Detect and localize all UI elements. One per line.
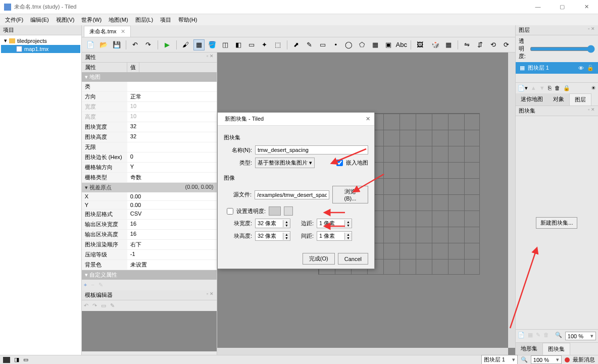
prop-add-button[interactable]: + bbox=[84, 282, 87, 288]
tb-obj-sel[interactable]: ⬈ bbox=[291, 39, 302, 50]
prop-edit-button[interactable]: ✎ bbox=[98, 282, 103, 288]
tab-minimap[interactable]: 迷你地图 bbox=[516, 93, 548, 106]
menu-edit[interactable]: 编辑(E) bbox=[27, 15, 52, 25]
tb-shape[interactable]: ◫ bbox=[220, 39, 231, 50]
property-row[interactable]: 压缩等级-1 bbox=[82, 250, 217, 260]
tab-close-icon[interactable]: ✕ bbox=[121, 28, 125, 35]
layer-highlight[interactable]: ☀ bbox=[591, 85, 596, 91]
new-tileset-button[interactable]: 新建图块集... bbox=[536, 217, 577, 229]
embed-checkbox[interactable] bbox=[336, 160, 343, 166]
section-map[interactable]: ▾ 地图 bbox=[82, 72, 217, 82]
sb-a[interactable]: ◨ bbox=[14, 356, 19, 363]
sb-news[interactable]: 最新消息 bbox=[573, 356, 595, 363]
tab-terrain[interactable]: 地形集 bbox=[516, 343, 542, 355]
menu-world[interactable]: 世界(W) bbox=[78, 15, 105, 25]
tb-wand[interactable]: ✦ bbox=[259, 39, 270, 50]
maximize-button[interactable]: ▢ bbox=[555, 4, 570, 10]
tb-eraser[interactable]: ◧ bbox=[233, 39, 244, 50]
layer-lock-icon[interactable]: 🔓 bbox=[587, 65, 594, 71]
property-row[interactable]: 高度10 bbox=[82, 112, 217, 122]
property-row[interactable]: Y0.00 bbox=[82, 201, 217, 210]
section-custom[interactable]: ▾ 自定义属性 bbox=[82, 270, 217, 280]
tb-flip-h[interactable]: ⇋ bbox=[462, 39, 473, 50]
tb-select-rect[interactable]: ▭ bbox=[246, 39, 257, 50]
tb-open[interactable]: 📂 bbox=[98, 39, 109, 50]
property-row[interactable]: 无限 bbox=[82, 142, 217, 152]
console-icon[interactable] bbox=[3, 357, 10, 363]
layer-dup[interactable]: ⎘ bbox=[548, 85, 552, 91]
property-row[interactable]: 图块宽度32 bbox=[82, 122, 217, 132]
name-input[interactable] bbox=[255, 145, 368, 154]
tree-file-map1[interactable]: map1.tmx bbox=[1, 45, 80, 53]
property-row[interactable]: 图块边长 (Hex)0 bbox=[82, 152, 217, 163]
minimize-button[interactable]: — bbox=[530, 4, 545, 10]
ts-embed[interactable]: ▦ bbox=[528, 332, 533, 340]
tile-height-spinner[interactable]: 32 像素▲▼ bbox=[255, 231, 290, 241]
color-swatch[interactable] bbox=[269, 206, 281, 216]
ts-edit[interactable]: ✎ bbox=[536, 332, 540, 340]
dialog-close-button[interactable]: ✕ bbox=[366, 116, 370, 122]
section-parallax[interactable]: ▾ 视差原点 (0.00, 0.00) bbox=[82, 183, 217, 192]
layer-item-1[interactable]: ▦ 图块层 1 👁 🔓 bbox=[516, 62, 598, 74]
property-row[interactable]: X0.00 bbox=[82, 192, 217, 201]
tmpl-undo[interactable]: ↶ bbox=[84, 302, 88, 309]
property-row[interactable]: 背景色未设置 bbox=[82, 260, 217, 270]
layer-up[interactable]: ▲ bbox=[531, 85, 536, 91]
tab-active[interactable]: 未命名.tmx ✕ bbox=[84, 26, 131, 37]
tb-tile-obj[interactable]: ▦ bbox=[370, 39, 381, 50]
tb-ellipse[interactable]: ◯ bbox=[343, 39, 355, 50]
tb-redo[interactable]: ↷ bbox=[143, 39, 154, 50]
close-button[interactable]: ✕ bbox=[579, 4, 594, 10]
tb-random[interactable]: 🎲 bbox=[430, 39, 441, 50]
tab-tileset[interactable]: 图块集 bbox=[542, 343, 570, 355]
property-row[interactable]: 栅格类型奇数 bbox=[82, 173, 217, 183]
property-row[interactable]: 栅格轴方向Y bbox=[82, 163, 217, 173]
opacity-slider[interactable] bbox=[530, 45, 595, 53]
sb-layer-select[interactable]: 图块层 1 bbox=[481, 355, 518, 364]
menu-file[interactable]: 文件(F) bbox=[2, 15, 26, 25]
property-row[interactable]: 输出区块宽度16 bbox=[82, 220, 217, 230]
source-input[interactable] bbox=[255, 190, 329, 199]
tb-rot-l[interactable]: ⟲ bbox=[488, 39, 499, 50]
menu-map[interactable]: 地图(M) bbox=[106, 15, 131, 25]
tmpl-a[interactable]: ▭ bbox=[101, 302, 106, 309]
ok-button[interactable]: 完成(O) bbox=[303, 253, 335, 265]
tb-image[interactable]: 🖼 bbox=[415, 39, 426, 50]
browse-button[interactable]: 浏览(B)... bbox=[332, 186, 368, 203]
tb-run[interactable]: ▶ bbox=[162, 39, 173, 50]
sb-zoom-select[interactable]: 100 % bbox=[531, 355, 562, 364]
tb-obj-edit[interactable]: ✎ bbox=[304, 39, 315, 50]
tb-new[interactable]: 📄 bbox=[85, 39, 96, 50]
margin-spinner[interactable]: 1 像素▲▼ bbox=[317, 219, 352, 228]
type-select[interactable]: 基于整张图块集图片 ▾ bbox=[255, 158, 315, 168]
ts-del[interactable]: 🗑 bbox=[543, 332, 549, 340]
tb-rect[interactable]: ▭ bbox=[317, 39, 328, 50]
property-row[interactable]: 输出区块高度16 bbox=[82, 230, 217, 240]
layer-lock[interactable]: 🔒 bbox=[563, 85, 570, 91]
tb-undo[interactable]: ↶ bbox=[130, 39, 141, 50]
transparency-checkbox[interactable] bbox=[227, 208, 233, 215]
ts-new[interactable]: 📄 bbox=[518, 332, 525, 340]
tb-flip-v[interactable]: ⇵ bbox=[475, 39, 486, 50]
canvas-scroll-h[interactable] bbox=[217, 348, 508, 355]
property-row[interactable]: 方向正常 bbox=[82, 92, 217, 102]
menu-project[interactable]: 项目 bbox=[157, 15, 174, 25]
tb-same[interactable]: ⬚ bbox=[272, 39, 283, 50]
tb-rot-r[interactable]: ⟳ bbox=[501, 39, 512, 50]
tab-layers[interactable]: 图层 bbox=[569, 93, 591, 106]
property-row[interactable]: 宽度10 bbox=[82, 102, 217, 112]
tmpl-b[interactable]: ✎ bbox=[110, 302, 115, 309]
layer-down[interactable]: ▼ bbox=[539, 85, 545, 91]
canvas-scroll-v[interactable] bbox=[508, 53, 515, 348]
tb-dice[interactable]: ▦ bbox=[443, 39, 454, 50]
prop-remove-button[interactable]: − bbox=[91, 282, 94, 288]
tile-width-spinner[interactable]: 32 像素▲▼ bbox=[255, 219, 290, 228]
tb-fill[interactable]: 🪣 bbox=[207, 39, 218, 50]
menu-help[interactable]: 帮助(H) bbox=[175, 15, 200, 25]
property-row[interactable]: 图块高度32 bbox=[82, 132, 217, 142]
spacing-spinner[interactable]: 1 像素▲▼ bbox=[317, 231, 352, 241]
property-row[interactable]: 图块层格式CSV bbox=[82, 210, 217, 220]
tb-text[interactable]: Abc bbox=[396, 39, 407, 50]
tb-point[interactable]: • bbox=[330, 39, 341, 50]
tb-terrain[interactable]: ▦ bbox=[193, 39, 205, 50]
